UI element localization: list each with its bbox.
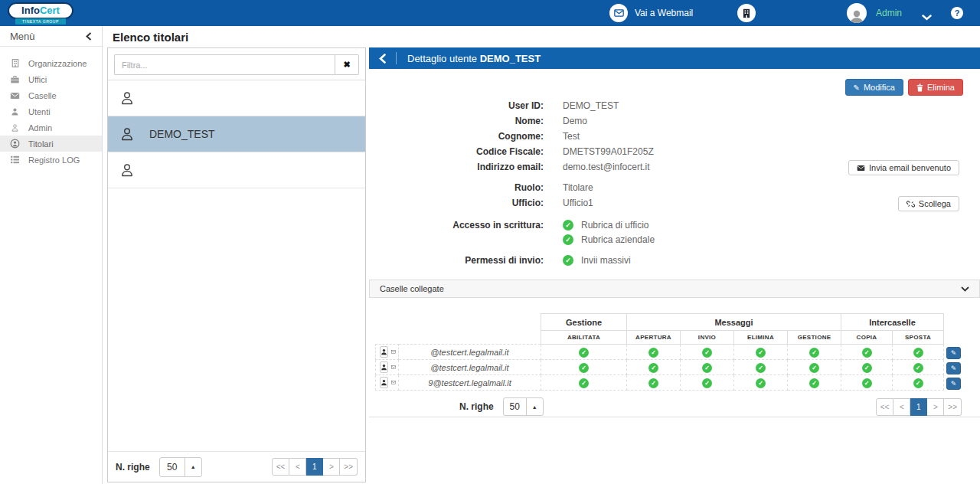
list-item-selected[interactable]: DEMO_TEST bbox=[108, 116, 365, 152]
prev-page-button[interactable]: < bbox=[289, 458, 306, 476]
access-item: ✓Rubrica di ufficio bbox=[563, 217, 655, 232]
check-icon: ✓ bbox=[756, 363, 766, 373]
check-icon: ✓ bbox=[756, 348, 766, 358]
check-cell: ✓ bbox=[841, 360, 893, 375]
access-item: ✓Rubrica aziendale bbox=[563, 232, 655, 247]
elimina-button[interactable]: Elimina bbox=[908, 79, 963, 96]
check-cell: ✓ bbox=[541, 345, 627, 360]
sidebar-item-admin[interactable]: Admin bbox=[0, 119, 102, 136]
edit-casella-button[interactable]: ✎ bbox=[946, 347, 961, 359]
section-title: Caselle collegate bbox=[380, 284, 444, 293]
filter-input[interactable] bbox=[114, 54, 335, 75]
rows-per-page-select[interactable]: 50 ▲ bbox=[503, 397, 544, 416]
last-page-button[interactable]: >> bbox=[340, 458, 358, 476]
next-page-button[interactable]: > bbox=[927, 398, 944, 416]
sidebar-item-registro-log[interactable]: Registro LOG bbox=[0, 152, 102, 168]
envelope-icon bbox=[609, 4, 628, 22]
check-icon: ✓ bbox=[579, 348, 589, 358]
sidebar-header: Menù bbox=[0, 26, 102, 47]
check-cell: ✓ bbox=[841, 375, 893, 391]
first-page-button[interactable]: << bbox=[272, 458, 290, 476]
check-cell: ✓ bbox=[681, 375, 734, 391]
help-button[interactable]: ? bbox=[951, 7, 963, 19]
check-icon: ✓ bbox=[563, 234, 573, 245]
field-value: DEMO_TEST bbox=[563, 98, 619, 113]
page-1-button[interactable]: 1 bbox=[910, 398, 927, 416]
field-value: Ufficio1 bbox=[563, 195, 593, 211]
edit-casella-button[interactable]: ✎ bbox=[946, 362, 961, 374]
check-icon: ✓ bbox=[756, 378, 766, 388]
list-item[interactable] bbox=[108, 152, 365, 188]
field-label: Accesso in scrittura: bbox=[369, 217, 563, 233]
filter-bar: ✖ bbox=[108, 48, 365, 80]
back-button[interactable] bbox=[369, 54, 396, 64]
check-cell: ✓ bbox=[681, 360, 734, 375]
sidebar-item-titolari[interactable]: Titolari bbox=[0, 136, 102, 152]
person-button[interactable] bbox=[380, 361, 388, 373]
page-1-button[interactable]: 1 bbox=[306, 458, 323, 476]
sidebar-item-caselle[interactable]: Caselle bbox=[0, 87, 102, 103]
invia-email-benvenuto-button[interactable]: Invia email benvenuto bbox=[848, 160, 959, 175]
caret-up-icon: ▲ bbox=[185, 458, 201, 476]
person-button[interactable] bbox=[380, 346, 388, 358]
edit-casella-button[interactable]: ✎ bbox=[946, 378, 961, 390]
last-page-button[interactable]: >> bbox=[944, 398, 962, 416]
table-group-header-row: Gestione Messaggi Intercaselle bbox=[376, 314, 962, 331]
chevron-down-icon[interactable] bbox=[922, 10, 932, 24]
building-button[interactable] bbox=[737, 4, 756, 22]
unlink-icon bbox=[906, 200, 915, 208]
rows-per-page-select[interactable]: 50 ▲ bbox=[159, 457, 202, 477]
person-button[interactable] bbox=[380, 377, 388, 388]
envelope-icon bbox=[391, 348, 396, 355]
check-cell: ✓ bbox=[788, 360, 841, 375]
next-page-button[interactable]: > bbox=[323, 458, 340, 476]
group-intercaselle: Intercaselle bbox=[841, 314, 944, 331]
logo-info-text: Info bbox=[21, 5, 40, 16]
check-icon: ✓ bbox=[809, 348, 819, 358]
sidebar-item-utenti[interactable]: Utenti bbox=[0, 103, 102, 119]
infocert-logo: InfoCert TINEXTA GROUP bbox=[8, 2, 74, 25]
field-value: demo.test@infocert.it bbox=[563, 159, 650, 175]
modifica-button[interactable]: ✎Modifica bbox=[845, 79, 903, 96]
list-item[interactable] bbox=[108, 80, 365, 116]
chevron-left-icon bbox=[379, 54, 386, 64]
envelope-icon bbox=[857, 165, 865, 172]
col-invio: INVIO bbox=[681, 331, 734, 345]
field-row: Ruolo:Titolare bbox=[369, 180, 980, 195]
logo-cert-text: Cert bbox=[40, 5, 60, 16]
sidebar-item-organizzazione[interactable]: Organizzazione bbox=[0, 55, 102, 71]
sidebar-item-label: Organizzazione bbox=[28, 59, 87, 68]
check-cell: ✓ bbox=[841, 345, 893, 360]
user-menu[interactable]: Admin bbox=[847, 3, 902, 23]
casella-email: 9@testcert.legalmail.it bbox=[399, 375, 541, 391]
scollega-button[interactable]: Scollega bbox=[898, 196, 959, 211]
question-icon: ? bbox=[955, 8, 960, 18]
logo-subtitle: TINEXTA GROUP bbox=[15, 18, 66, 25]
clear-filter-button[interactable]: ✖ bbox=[335, 54, 359, 75]
pencil-icon: ✎ bbox=[854, 83, 860, 92]
rows-per-page-value: 50 bbox=[504, 398, 527, 415]
check-icon: ✓ bbox=[702, 363, 712, 373]
first-page-button[interactable]: << bbox=[876, 398, 894, 416]
col-copia: COPIA bbox=[841, 331, 893, 345]
caselle-collegate-header[interactable]: Caselle collegate bbox=[369, 280, 980, 298]
field-row: Codice Fiscale:DMETST99A01F205Z bbox=[369, 144, 980, 159]
sidebar-item-uffici[interactable]: Uffici bbox=[0, 71, 102, 87]
group-messaggi: Messaggi bbox=[627, 314, 841, 331]
col-abilitata: ABILITATA bbox=[541, 331, 627, 345]
organization-icon bbox=[10, 58, 20, 68]
collapse-sidebar-button[interactable] bbox=[86, 32, 92, 41]
check-icon: ✓ bbox=[702, 348, 712, 358]
avatar bbox=[847, 3, 867, 23]
webmail-button[interactable]: Vai a Webmail bbox=[609, 4, 693, 22]
check-icon: ✓ bbox=[702, 378, 712, 388]
field-row: Ufficio:Ufficio1 bbox=[369, 195, 980, 211]
field-label: Ruolo: bbox=[369, 180, 563, 195]
x-icon: ✖ bbox=[343, 60, 350, 69]
sidebar: Menù Organizzazione Uffici Caselle Utent… bbox=[0, 26, 103, 484]
prev-page-button[interactable]: < bbox=[893, 398, 910, 416]
person-icon bbox=[119, 90, 135, 106]
titolari-list-panel: ✖ DEMO_TEST N. righe 50 ▲ << < 1 > >> bbox=[107, 47, 366, 482]
list-footer: N. righe 50 ▲ << < 1 > >> bbox=[108, 451, 365, 482]
check-icon: ✓ bbox=[809, 363, 819, 373]
